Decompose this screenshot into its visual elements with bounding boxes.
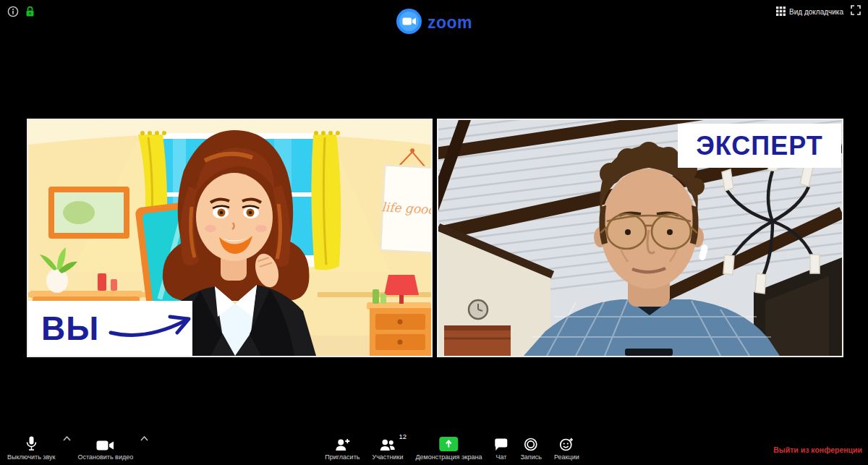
top-bar: zoom Вид докладчика xyxy=(0,0,868,43)
share-screen-button[interactable]: Демонстрация экрана xyxy=(415,435,482,461)
record-button[interactable]: Запись xyxy=(520,435,542,461)
video-camera-icon xyxy=(96,435,114,451)
meeting-info-icon[interactable] xyxy=(7,6,19,20)
invite-label: Пригласить xyxy=(325,453,359,461)
you-label-box: ВЫ xyxy=(28,301,192,356)
audio-options-chevron[interactable] xyxy=(63,433,71,461)
chat-label: Чат xyxy=(495,453,506,461)
share-screen-label: Демонстрация экрана xyxy=(415,453,482,461)
participants-button[interactable]: 12 Участники xyxy=(372,435,403,461)
video-tile-expert[interactable]: ЭКСПЕРТ xyxy=(437,119,843,357)
you-label-text: ВЫ xyxy=(41,312,99,345)
mute-label: Выключить звук xyxy=(7,453,56,461)
poster-text: life good xyxy=(381,200,431,217)
zoom-logo-icon xyxy=(396,8,422,38)
zoom-logo: zoom xyxy=(396,8,472,38)
participants-icon: 12 xyxy=(379,435,396,451)
grid-view-icon xyxy=(776,7,786,17)
record-label: Запись xyxy=(520,453,542,461)
stop-video-label: Остановить видео xyxy=(78,453,134,461)
expert-label-text: ЭКСПЕРТ xyxy=(696,131,823,161)
stop-video-button[interactable]: Остановить видео xyxy=(78,435,134,461)
invite-button[interactable]: Пригласить xyxy=(325,435,359,461)
leave-meeting-button[interactable]: Выйти из конференции xyxy=(773,445,862,454)
video-options-chevron[interactable] xyxy=(140,433,148,461)
meeting-toolbar: Выключить звук Остановить видео xyxy=(0,429,868,465)
center-controls: Пригласить 12 Участники xyxy=(325,435,579,461)
arrow-annotation-icon xyxy=(106,308,200,349)
reactions-smiley-icon xyxy=(559,435,574,451)
video-tile-you[interactable]: life good xyxy=(27,119,433,357)
speaker-view-button[interactable]: Вид докладчика xyxy=(776,7,843,17)
zoom-meeting-window: zoom Вид докладчика xyxy=(0,0,868,465)
record-icon xyxy=(524,435,538,451)
participants-count-badge: 12 xyxy=(399,432,407,440)
participants-label: Участники xyxy=(372,453,403,461)
fullscreen-icon[interactable] xyxy=(851,5,861,18)
reactions-label: Реакции xyxy=(554,453,579,461)
chat-bubble-icon xyxy=(494,435,508,451)
speaker-view-label: Вид докладчика xyxy=(789,8,843,16)
top-right-controls: Вид докладчика xyxy=(776,5,861,18)
top-left-icons xyxy=(7,6,35,20)
invite-person-icon xyxy=(334,435,350,451)
encryption-lock-icon[interactable] xyxy=(25,6,35,20)
zoom-wordmark: zoom xyxy=(427,13,472,33)
reactions-button[interactable]: Реакции xyxy=(554,435,579,461)
audio-video-controls: Выключить звук Остановить видео xyxy=(7,433,148,461)
share-screen-icon xyxy=(439,435,458,451)
chat-button[interactable]: Чат xyxy=(494,435,508,461)
microphone-icon xyxy=(26,435,37,451)
expert-label-box: ЭКСПЕРТ xyxy=(678,124,841,168)
mute-button[interactable]: Выключить звук xyxy=(7,435,56,461)
